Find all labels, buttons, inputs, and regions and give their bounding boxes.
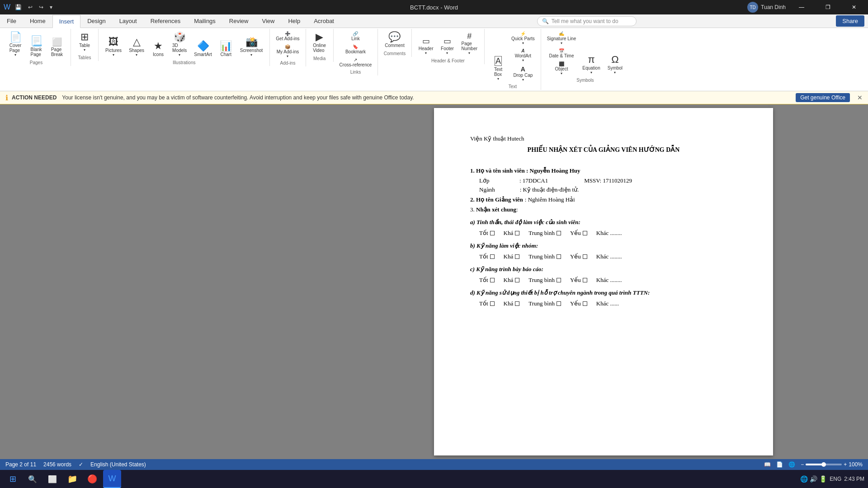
wordart-button[interactable]: A WordArt ▾ bbox=[509, 47, 537, 64]
pictures-label: Pictures bbox=[105, 48, 122, 53]
cover-page-button[interactable]: 📄 CoverPage ▾ bbox=[5, 30, 25, 59]
check-kha-a: Khá bbox=[504, 230, 520, 237]
zoom-out-button[interactable]: − bbox=[801, 461, 804, 468]
search-taskbar-button[interactable]: 🔍 bbox=[24, 470, 42, 488]
checkbox-trung-binh-a[interactable] bbox=[557, 231, 561, 235]
date-time-button[interactable]: 📅 Date & Time bbox=[545, 47, 579, 60]
trung-binh-label-c: Trung bình bbox=[528, 277, 555, 284]
zoom-in-button[interactable]: + bbox=[844, 461, 847, 468]
icons-icon: ★ bbox=[154, 41, 163, 51]
close-button[interactable]: ✕ bbox=[844, 0, 864, 14]
undo-button[interactable]: ↩ bbox=[26, 3, 34, 11]
kha-label-a: Khá bbox=[504, 230, 514, 237]
checkbox-tot-c[interactable] bbox=[490, 278, 495, 282]
volume-icon[interactable]: 🔊 bbox=[810, 475, 817, 483]
tab-review[interactable]: Review bbox=[222, 14, 255, 28]
bookmark-button[interactable]: 🔖 Bookmark bbox=[337, 43, 374, 56]
get-add-ins-icon: ➕ bbox=[285, 31, 290, 36]
tab-view[interactable]: View bbox=[255, 14, 281, 28]
yeu-label-a: Yếu bbox=[570, 230, 581, 237]
browser-button[interactable]: 🔴 bbox=[83, 470, 101, 488]
checkbox-kha-b[interactable] bbox=[515, 254, 519, 259]
symbol-icon: Ω bbox=[611, 55, 618, 65]
web-layout-icon[interactable]: 🌐 bbox=[788, 461, 795, 468]
section-c-label: c) Kỹ năng trình bày báo cáo: bbox=[470, 266, 543, 272]
my-add-ins-button[interactable]: 📦 My Add-ins ▾ bbox=[274, 43, 302, 60]
table-button[interactable]: ⊞ Table ▾ bbox=[75, 30, 94, 54]
share-button[interactable]: Share bbox=[836, 15, 864, 27]
quick-parts-button[interactable]: ⚡ Quick Parts ▾ bbox=[509, 30, 537, 47]
header-button[interactable]: ▭ Header ▾ bbox=[415, 35, 437, 57]
checkbox-kha-d[interactable] bbox=[515, 301, 519, 306]
page-number-button[interactable]: # PageNumber ▾ bbox=[458, 30, 481, 57]
network-icon[interactable]: 🌐 bbox=[800, 475, 808, 483]
checkbox-trung-binh-d[interactable] bbox=[557, 301, 561, 306]
drop-cap-button[interactable]: A Drop Cap ▾ bbox=[509, 64, 537, 83]
print-layout-icon[interactable]: 📄 bbox=[776, 461, 783, 468]
page-break-button[interactable]: ⬜ PageBreak bbox=[47, 36, 67, 59]
checkbox-trung-binh-b[interactable] bbox=[557, 254, 561, 259]
checkbox-tot-a[interactable] bbox=[490, 231, 495, 235]
taskbar-right: 🌐 🔊 🔋 ENG 2:43 PM bbox=[800, 475, 864, 483]
tab-references[interactable]: References bbox=[144, 14, 187, 28]
minimize-button[interactable]: — bbox=[791, 0, 812, 14]
icons-button[interactable]: ★ Icons bbox=[148, 39, 168, 59]
search-taskbar-icon: 🔍 bbox=[28, 475, 37, 483]
tab-mailings[interactable]: Mailings bbox=[187, 14, 222, 28]
tab-file[interactable]: File bbox=[0, 14, 23, 28]
get-genuine-office-button[interactable]: Get genuine Office bbox=[796, 93, 850, 102]
date-time-icon: 📅 bbox=[559, 48, 564, 53]
blank-page-button[interactable]: 📃 BlankPage bbox=[26, 34, 46, 59]
task-view-button[interactable]: ⬜ bbox=[43, 470, 61, 488]
footer-button[interactable]: ▭ Footer ▾ bbox=[437, 35, 457, 57]
checkbox-yeu-a[interactable] bbox=[583, 231, 587, 235]
3d-models-button[interactable]: 🎲 3DModels ▾ bbox=[169, 30, 190, 59]
check-tot-c: Tốt bbox=[479, 277, 495, 284]
checkbox-yeu-b[interactable] bbox=[583, 254, 587, 259]
tab-acrobat[interactable]: Acrobat bbox=[307, 14, 341, 28]
redo-button[interactable]: ↪ bbox=[37, 3, 45, 11]
symbol-button[interactable]: Ω Symbol ▾ bbox=[604, 52, 626, 77]
zoom-thumb[interactable] bbox=[821, 462, 826, 467]
tab-design[interactable]: Design bbox=[80, 14, 112, 28]
signature-line-button[interactable]: ✍ Signature Line ▾ bbox=[545, 30, 579, 47]
checkbox-kha-a[interactable] bbox=[515, 231, 519, 235]
shapes-button[interactable]: △ Shapes ▾ bbox=[126, 35, 147, 59]
save-button[interactable]: 💾 bbox=[13, 3, 24, 11]
comment-button[interactable]: 💬 Comment bbox=[382, 30, 407, 50]
screenshot-button[interactable]: 📸 Screenshot ▾ bbox=[237, 35, 266, 59]
read-mode-icon[interactable]: 📖 bbox=[764, 461, 771, 468]
checkbox-kha-c[interactable] bbox=[515, 278, 519, 282]
cross-reference-button[interactable]: ↗ Cross-reference bbox=[337, 56, 374, 69]
smartart-button[interactable]: 🔷 SmartArt bbox=[191, 39, 215, 59]
notification-close-button[interactable]: ✕ bbox=[857, 94, 863, 101]
chart-button[interactable]: 📊 Chart bbox=[216, 39, 236, 59]
word-taskbar-button[interactable]: W bbox=[103, 470, 121, 488]
document-scroll[interactable]: Viện Kỹ thuật Hutech PHIẾU NHẬN XÉT CỦA … bbox=[0, 104, 868, 459]
battery-icon[interactable]: 🔋 bbox=[819, 475, 827, 483]
checkbox-tot-b[interactable] bbox=[490, 254, 495, 259]
smartart-icon: 🔷 bbox=[197, 41, 209, 51]
tab-help[interactable]: Help bbox=[281, 14, 307, 28]
clock: 2:43 PM bbox=[844, 476, 864, 482]
tab-insert[interactable]: Insert bbox=[52, 15, 81, 28]
restore-button[interactable]: ❐ bbox=[817, 0, 838, 14]
equation-button[interactable]: π Equation ▾ bbox=[579, 52, 603, 77]
customize-qat-button[interactable]: ▾ bbox=[48, 3, 54, 11]
file-explorer-button[interactable]: 📁 bbox=[63, 470, 81, 488]
object-button[interactable]: ⬛ Object ▾ bbox=[545, 60, 579, 77]
start-button[interactable]: ⊞ bbox=[4, 470, 22, 488]
checkbox-yeu-c[interactable] bbox=[583, 278, 587, 282]
checkbox-trung-binh-c[interactable] bbox=[557, 278, 561, 282]
checkbox-tot-d[interactable] bbox=[490, 301, 495, 306]
link-button[interactable]: 🔗 Link bbox=[337, 30, 374, 42]
tell-me-bar[interactable]: 🔍 Tell me what you want to do bbox=[537, 16, 637, 26]
get-add-ins-button[interactable]: ➕ Get Add-ins bbox=[274, 30, 302, 42]
tab-layout[interactable]: Layout bbox=[113, 14, 144, 28]
tab-home[interactable]: Home bbox=[23, 14, 52, 28]
pictures-button[interactable]: 🖼 Pictures ▾ bbox=[102, 35, 125, 59]
zoom-slider[interactable] bbox=[806, 464, 842, 465]
checkbox-yeu-d[interactable] bbox=[583, 301, 587, 306]
online-video-button[interactable]: ▶ OnlineVideo bbox=[310, 30, 330, 55]
text-box-button[interactable]: A TextBox ▾ bbox=[488, 54, 508, 83]
